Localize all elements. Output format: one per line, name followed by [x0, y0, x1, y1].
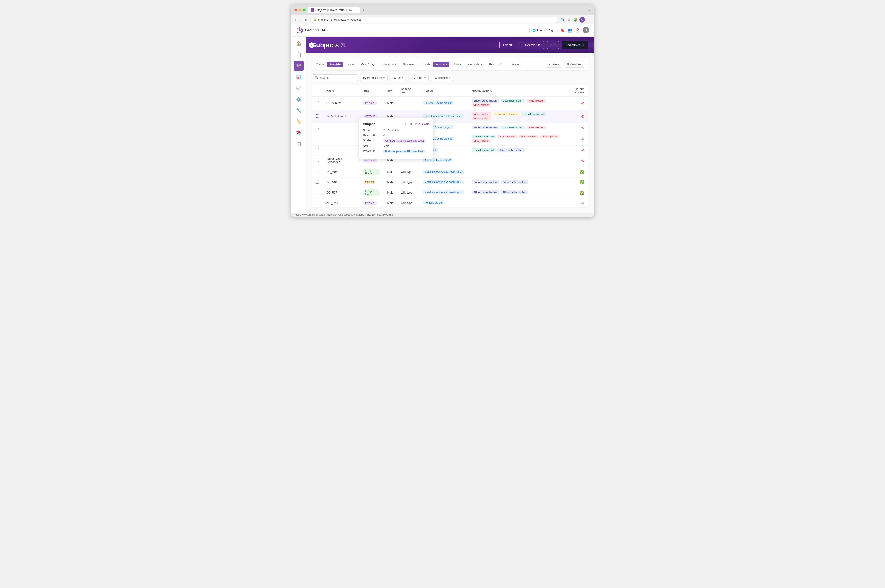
popup-projects-tag[interactable]: Brain temperature_FP_combined [383, 150, 425, 153]
reload-button[interactable]: ↻ [304, 17, 308, 22]
row-checkbox-cell[interactable] [312, 132, 323, 146]
extensions-button[interactable]: 🧩 [573, 17, 578, 22]
row-checkbox[interactable] [316, 180, 319, 183]
popup-edit-button[interactable]: ✎ Edit [404, 122, 412, 126]
module-tag[interactable]: Virus injection [472, 112, 491, 116]
bookmark-button[interactable]: 🔖 [560, 28, 565, 33]
search-field[interactable] [320, 76, 355, 80]
sidebar-item-settings[interactable]: ⚙️ [293, 94, 304, 104]
module-tag[interactable]: Silicon probe implant [472, 126, 499, 129]
sidebar-item-library[interactable]: 📚 [293, 128, 304, 138]
tab-close-btn[interactable]: × [355, 8, 357, 12]
row-checkbox[interactable] [316, 114, 319, 118]
strain-tag[interactable]: Long-Evans [363, 189, 380, 196]
row-checkbox-cell[interactable] [312, 123, 323, 132]
project-tag[interactable]: Metal microdrive and head cap ... [423, 180, 464, 184]
edit-pencil-icon[interactable]: ✎ [344, 114, 347, 118]
sidebar-item-list[interactable]: 📋 [293, 50, 304, 60]
project-tag[interactable]: Brain temperature_FP_combined [423, 114, 464, 118]
row-checkbox-cell[interactable] [312, 110, 323, 123]
module-tag[interactable]: Virus injection [472, 103, 491, 107]
module-tag[interactable]: Silicon probe implant [472, 190, 499, 194]
maximize-window-btn[interactable] [303, 9, 306, 11]
by-projects-dropdown[interactable]: By projects ▾ [431, 75, 453, 81]
search-input-wrapper[interactable]: 🔍 [312, 74, 358, 81]
module-tag[interactable]: Virus injection [540, 135, 559, 138]
new-tab-button[interactable]: + [361, 8, 366, 12]
row-checkbox[interactable] [316, 191, 319, 194]
strain-tag[interactable]: C57BL/6 [363, 114, 377, 118]
row-checkbox[interactable] [316, 159, 319, 162]
module-tag[interactable]: Virus injection [472, 139, 491, 142]
row-checkbox[interactable] [316, 126, 319, 129]
sidebar-item-subjects[interactable]: 🐭 [293, 61, 304, 71]
add-subject-button[interactable]: Add subject + [562, 41, 588, 49]
updated-thisyear-btn[interactable]: This year [506, 62, 523, 67]
close-window-btn[interactable] [295, 9, 297, 11]
created-thisyear-btn[interactable]: This year [400, 62, 417, 67]
page-help-button[interactable]: ? [341, 43, 345, 47]
sidebar-item-tools[interactable]: 🔧 [293, 105, 304, 116]
sidebar-item-tags[interactable]: 🏷️ [293, 117, 304, 127]
row-checkbox-cell[interactable] [312, 187, 323, 198]
module-tag[interactable]: Optic fiber implant [472, 148, 496, 152]
sidebar-item-data[interactable]: 📊 [293, 72, 304, 82]
row-checkbox-cell[interactable] [312, 155, 323, 166]
strain-tag[interactable]: C57BL/6 [363, 101, 377, 105]
strain-tag[interactable]: DBA2/J [363, 180, 376, 184]
bookmark-star-button[interactable]: ☆ [567, 17, 571, 22]
active-browser-tab[interactable]: Subjects | Private Portal | Bra... × [308, 7, 360, 13]
back-button[interactable]: ‹ [294, 17, 297, 22]
banner-toggle-btn[interactable]: › [309, 42, 315, 48]
browser-menu-button[interactable]: ⋮ [586, 17, 591, 22]
sidebar-item-analytics[interactable]: 📈 [293, 83, 304, 93]
by-public-dropdown[interactable]: By Public ▾ [409, 75, 429, 81]
module-tag[interactable]: Virus injection [472, 116, 491, 120]
popup-duplicate-button[interactable]: ⎘ Duplicate [415, 122, 429, 126]
select-all-header[interactable] [312, 85, 323, 96]
select-all-checkbox[interactable] [316, 89, 319, 92]
landing-page-button[interactable]: 🌐 Landing Page [529, 27, 557, 33]
created-any-date-btn[interactable]: Any date [327, 62, 343, 67]
module-tag[interactable]: Silicon probe implant [472, 180, 499, 184]
recover-button[interactable]: Recover ↺ [521, 41, 544, 49]
api-button[interactable]: API [547, 41, 560, 49]
help-button[interactable]: ❓ [575, 28, 580, 33]
user-avatar[interactable]: U [582, 27, 589, 33]
zoom-button[interactable]: 🔍 [560, 17, 565, 22]
row-checkbox-cell[interactable] [312, 96, 323, 110]
module-tag[interactable]: Single wire electrode [493, 112, 520, 116]
module-tag[interactable]: Silicon probe implant [501, 190, 528, 194]
minimize-window-btn[interactable] [299, 9, 301, 11]
more-options-icon[interactable]: ⋮ [348, 114, 352, 118]
export-button[interactable]: Export ↑ [499, 41, 519, 49]
module-tag[interactable]: Optic fiber implant [501, 99, 525, 103]
sidebar-item-reports[interactable]: 📋 [293, 139, 304, 149]
row-checkbox-cell[interactable] [312, 166, 323, 178]
by-permissions-dropdown[interactable]: By Permissions ▾ [360, 75, 388, 81]
by-sex-dropdown[interactable]: By sex ▾ [390, 75, 406, 81]
address-bar[interactable]: 🔒 brainstem.org/private/stem/subject/ [310, 17, 558, 23]
updated-thismonth-btn[interactable]: This month [486, 62, 505, 67]
filters-button[interactable]: ▼ Filters [545, 61, 562, 68]
window-expand-btn[interactable]: ⌄ [588, 8, 590, 12]
columns-button[interactable]: ⊞ Columns [564, 61, 584, 68]
browser-user-avatar[interactable]: U [579, 17, 585, 22]
strain-tag[interactable]: C57BL/6 [363, 201, 377, 205]
module-tag[interactable]: Virus injection [527, 126, 546, 129]
updated-past7-btn[interactable]: Past 7 days [465, 62, 485, 67]
updated-any-date-btn[interactable]: Any date [433, 62, 450, 67]
module-tag[interactable]: Virus injection [519, 135, 538, 138]
created-today-btn[interactable]: Today [345, 62, 357, 67]
row-checkbox[interactable] [316, 201, 319, 204]
module-tag[interactable]: Silicon probe implant [501, 180, 528, 184]
module-tag[interactable]: Virus injection [497, 135, 517, 138]
row-checkbox[interactable] [316, 101, 319, 104]
sidebar-item-home[interactable]: 🏠 [293, 38, 304, 49]
row-checkbox[interactable] [316, 148, 319, 152]
row-checkbox[interactable] [316, 170, 319, 173]
created-past7-btn[interactable]: Past 7 days [358, 62, 378, 67]
project-tag[interactable]: Peter U19 demo project [423, 101, 453, 105]
strain-tag[interactable]: Long-Evans [363, 169, 380, 175]
module-tag[interactable]: Silicon probe implant [497, 148, 525, 152]
